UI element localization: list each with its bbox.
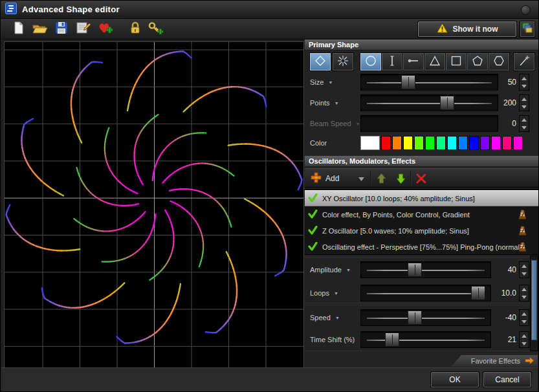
effect-item-1[interactable]: Color effect, By Points, Color Control, … (305, 206, 538, 223)
points-spinner[interactable] (519, 94, 529, 111)
ok-button[interactable]: OK (431, 372, 479, 387)
delete-effect-button[interactable] (413, 171, 429, 186)
shape-mode-diamond[interactable] (310, 53, 331, 71)
shape-pentagon[interactable] (467, 53, 488, 71)
time-shift-label[interactable]: Time Shift (%) ▼ (310, 336, 364, 343)
shape-hexagon[interactable] (489, 53, 509, 71)
size-spin-up[interactable] (522, 77, 527, 80)
points-slider-thumb[interactable] (440, 96, 454, 110)
color-swatch-1[interactable] (381, 136, 391, 150)
amplitude-spinner[interactable] (519, 261, 529, 278)
amplitude-slider-thumb[interactable] (408, 263, 422, 277)
amplitude-slider-track (367, 270, 485, 271)
time-shift-slider-thumb[interactable] (385, 332, 399, 347)
effect-item-0[interactable]: XY Oscillator [10.0 loops; 40% amplitude… (305, 190, 538, 206)
beam-speed-label[interactable]: Beam Speed ▼ (310, 120, 360, 127)
lock-button[interactable] (126, 21, 144, 38)
speed-spin-up[interactable] (522, 312, 527, 316)
color-swatch-3[interactable] (403, 136, 413, 150)
amplitude-slider[interactable] (360, 261, 491, 278)
params-scrollbar[interactable] (530, 256, 538, 351)
points-spin-up[interactable] (522, 98, 527, 101)
speed-slider-thumb[interactable] (408, 310, 422, 325)
color-swatch-0[interactable] (360, 136, 380, 150)
color-swatch-6[interactable] (436, 136, 446, 150)
effect-item-2[interactable]: Z Oscillator [5.0 waves; 10% amplitude; … (305, 223, 538, 239)
speed-spinner[interactable] (519, 309, 529, 326)
speed-label[interactable]: Speed ▼ (310, 314, 340, 321)
size-spinner[interactable] (519, 74, 529, 91)
color-swatch-5[interactable] (425, 136, 435, 150)
color-swatch-13[interactable] (513, 136, 523, 150)
arrow-right-icon (525, 357, 534, 365)
shape-freehand[interactable] (514, 53, 534, 71)
beam-speed-spin-up[interactable] (522, 118, 527, 122)
slider-row-size: Size ▼50 (305, 73, 538, 91)
beam-speed-slider[interactable] (360, 115, 498, 132)
points-spin-down[interactable] (522, 105, 527, 109)
points-label[interactable]: Points ▼ (310, 99, 339, 107)
loops-spinner[interactable] (519, 285, 529, 301)
key-add-button[interactable] (147, 21, 164, 38)
new-document-button[interactable] (10, 21, 27, 38)
shape-vertical-line[interactable] (382, 53, 402, 71)
time-shift-spinner[interactable] (519, 331, 529, 348)
effect-item-3[interactable]: Oscillating effect - Perspective [75%...… (305, 239, 538, 255)
title-bar[interactable]: Advanced Shape editor (1, 1, 538, 19)
chevron-down-icon (358, 174, 364, 183)
loops-spin-up[interactable] (522, 288, 527, 291)
preview-canvas[interactable] (4, 41, 304, 369)
loops-spin-down[interactable] (522, 296, 527, 299)
add-effect-button[interactable]: Add (306, 170, 368, 186)
color-swatch-8[interactable] (458, 136, 468, 150)
loops-slider-thumb[interactable] (471, 286, 485, 300)
beam-speed-spin-down[interactable] (522, 126, 527, 129)
size-slider[interactable] (360, 74, 498, 91)
add-favorite-button[interactable] (96, 21, 114, 38)
favorite-effects-button[interactable]: Favorite Effects (451, 355, 538, 367)
cancel-button[interactable]: Cancel (483, 372, 531, 387)
size-label[interactable]: Size ▼ (310, 78, 333, 86)
shape-circle[interactable] (360, 53, 381, 71)
color-swatch-4[interactable] (414, 136, 424, 150)
amplitude-label[interactable]: Amplitude ▼ (310, 266, 351, 274)
move-down-button[interactable] (393, 171, 408, 186)
loops-slider[interactable] (360, 285, 491, 301)
shape-horizontal-line[interactable] (403, 53, 424, 71)
heart-add-icon (97, 21, 113, 38)
show-it-now-button[interactable]: Show it now (418, 21, 516, 37)
color-swatch-9[interactable] (469, 136, 479, 150)
time-shift-slider[interactable] (360, 331, 491, 348)
color-swatch-12[interactable] (502, 136, 512, 150)
size-slider-thumb[interactable] (401, 75, 415, 89)
footer-bar: OK Cancel (1, 367, 538, 391)
time-shift-spin-down[interactable] (522, 342, 527, 345)
speed-spin-down[interactable] (522, 320, 527, 323)
loops-label[interactable]: Loops ▼ (310, 289, 338, 297)
edit-properties-button[interactable] (74, 21, 92, 38)
color-swatch-2[interactable] (392, 136, 402, 150)
star-burst-icon (336, 54, 349, 70)
open-file-button[interactable] (31, 21, 49, 38)
beam-speed-spinner[interactable] (519, 115, 529, 132)
color-swatch-10[interactable] (480, 136, 490, 150)
projection-zones-button[interactable] (520, 21, 534, 37)
scrollbar-thumb[interactable] (531, 260, 537, 340)
points-slider[interactable] (360, 94, 498, 111)
primary-shape-header: Primary Shape (305, 39, 538, 50)
window-title: Advanced Shape editor (22, 5, 120, 14)
shape-square[interactable] (446, 53, 467, 71)
shape-triangle[interactable] (424, 53, 445, 71)
save-file-button[interactable] (52, 21, 70, 38)
amplitude-spin-down[interactable] (522, 272, 527, 276)
shape-mode-beams[interactable] (333, 53, 353, 71)
move-up-button[interactable] (373, 171, 389, 186)
color-swatch-7[interactable] (447, 136, 457, 150)
size-spin-down[interactable] (522, 85, 527, 88)
window-menu-button[interactable] (521, 5, 531, 15)
time-shift-spin-up[interactable] (522, 334, 527, 338)
speed-slider[interactable] (360, 309, 491, 326)
triangle-icon (428, 54, 441, 70)
color-swatch-11[interactable] (491, 136, 501, 150)
amplitude-spin-up[interactable] (522, 265, 527, 268)
